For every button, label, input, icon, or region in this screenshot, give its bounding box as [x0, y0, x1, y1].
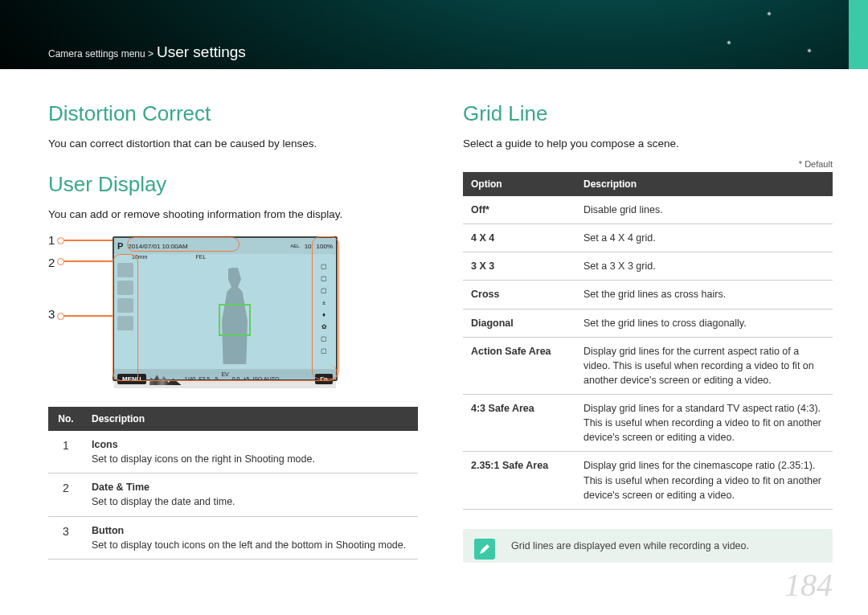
row-desc: Set to display the date and time.: [92, 496, 235, 507]
section-title-gridline: Grid Line: [463, 101, 833, 126]
touch-icon: [117, 281, 133, 295]
cell-opt: 4:3 Safe Area: [463, 395, 575, 452]
lcd-lens: 16mm: [132, 254, 147, 260]
status-icon: ▢: [315, 335, 333, 345]
gridline-table: Option Description Off*Disable grid line…: [463, 172, 833, 510]
cell-opt: Off*: [463, 196, 575, 224]
cell-opt: 2.35:1 Safe Area: [463, 452, 575, 509]
lcd-ev-mid: 0.0: [232, 376, 240, 382]
table-row: 3 X 3Set a 3 X 3 grid.: [463, 252, 833, 281]
cell-opt: 3 X 3: [463, 252, 575, 281]
cell-opt: Action Safe Area: [463, 337, 575, 394]
status-icon: ▢: [315, 287, 333, 297]
table-row: Off*Disable grid lines.: [463, 196, 833, 224]
breadcrumb-path: Camera settings menu >: [48, 48, 154, 59]
cell-desc: Icons Set to display icons on the right …: [84, 431, 418, 474]
lcd-aperture: F3.5: [199, 376, 210, 382]
cell-no: 2: [48, 474, 84, 516]
th-no: No.: [48, 407, 84, 431]
table-row: Action Safe AreaDisplay grid lines for t…: [463, 337, 833, 394]
header-accent-bar: [849, 0, 868, 69]
cell-desc: Set a 3 X 3 grid.: [575, 252, 833, 281]
row-desc: Set to display touch icons on the left a…: [92, 539, 406, 551]
lcd-fel: FEL: [195, 254, 206, 260]
touch-icon: [117, 316, 133, 330]
leader-line: [61, 260, 113, 262]
header-curve-decoration: [688, 0, 849, 69]
cell-desc: Disable grid lines.: [575, 196, 833, 224]
default-note: * Default: [463, 159, 833, 169]
lcd-bottom-bar: MENU 1/40 F3.5 -5 EV 0.0 +5 ISO AUTO Fn: [114, 369, 336, 388]
row-title: Icons: [92, 437, 410, 452]
cell-opt: 4 X 4: [463, 224, 575, 252]
lcd-preview: ▢ ▢ ▢ ± ♦ ✿ ▢ ▢: [114, 260, 336, 369]
table-row: 2.35:1 Safe AreaDisplay grid lines for t…: [463, 452, 833, 509]
lcd-iso: ISO AUTO: [253, 376, 280, 382]
sparkle-icon: [807, 48, 812, 53]
lcd-datetime: 2014/07/01 10:00AM: [128, 243, 187, 250]
cell-desc: Set the grid lines as cross hairs.: [575, 281, 833, 309]
table-row: 1 Icons Set to display icons on the righ…: [48, 431, 418, 474]
section-title-distortion: Distortion Correct: [48, 101, 418, 126]
leader-line: [61, 315, 113, 317]
table-row: 4:3 Safe AreaDisplay grid lines for a st…: [463, 395, 833, 452]
note-text: Grid lines are displayed even while reco…: [511, 540, 749, 551]
row-title: Date & Time: [92, 480, 410, 494]
note-callout: Grid lines are displayed even while reco…: [463, 529, 833, 563]
cell-desc: Display grid lines for the cinemascope r…: [575, 452, 833, 509]
right-column: Grid Line Select a guide to help you com…: [463, 101, 833, 563]
breadcrumb: Camera settings menu > User settings: [48, 43, 246, 61]
sparkle-icon: [727, 40, 731, 45]
menu-button-label: MENU: [117, 374, 146, 384]
lcd-left-icon-column: [117, 263, 135, 330]
focus-box-icon: [219, 304, 251, 336]
touch-icon: [117, 298, 133, 313]
section-title-user-display: User Display: [48, 172, 418, 197]
lcd-ael: AEL: [290, 244, 299, 248]
table-row: DiagonalSet the grid lines to cross diag…: [463, 309, 833, 337]
mode-indicator: P: [117, 241, 123, 251]
lcd-shot-count: 10: [305, 243, 312, 250]
cell-desc: Display grid lines for a standard TV asp…: [575, 395, 833, 452]
leader-line: [61, 240, 113, 241]
sparkle-icon: [767, 11, 772, 16]
cell-desc: Set a 4 X 4 grid.: [575, 224, 833, 252]
cell-no: 3: [48, 516, 84, 559]
histogram-icon: [149, 372, 182, 385]
status-icon: ✿: [315, 323, 333, 333]
cell-desc: Button Set to display touch icons on the…: [84, 516, 418, 559]
section-intro-gridline: Select a guide to help you compose a sce…: [463, 137, 833, 150]
touch-icon: [117, 263, 133, 277]
lcd-ev-label: EV: [221, 371, 228, 377]
lcd-shutter: 1/40: [185, 376, 196, 382]
lcd-right-icon-column: ▢ ▢ ▢ ± ♦ ✿ ▢ ▢: [315, 263, 333, 357]
breadcrumb-current: User settings: [157, 43, 246, 60]
cell-opt: Cross: [463, 281, 575, 309]
table-row: 2 Date & Time Set to display the date an…: [48, 474, 418, 516]
lcd-battery: 100%: [317, 243, 333, 250]
status-icon: ▢: [315, 275, 333, 285]
page-content: Distortion Correct You can correct disto…: [0, 69, 868, 563]
status-icon: ♦: [315, 311, 333, 321]
page-header: Camera settings menu > User settings: [0, 0, 868, 69]
table-row: 4 X 4Set a 4 X 4 grid.: [463, 224, 833, 252]
page-number: 184: [784, 566, 833, 604]
cell-desc: Date & Time Set to display the date and …: [84, 474, 418, 516]
left-column: Distortion Correct You can correct disto…: [48, 101, 418, 563]
cell-opt: Diagonal: [463, 309, 575, 337]
status-icon: ±: [315, 299, 333, 309]
status-icon: ▢: [315, 263, 333, 273]
pen-note-icon: [474, 539, 495, 560]
row-desc: Set to display icons on the right in Sho…: [92, 453, 315, 465]
th-desc: Description: [84, 407, 418, 431]
status-icon: ▢: [315, 347, 333, 357]
table-row: 3 Button Set to display touch icons on t…: [48, 516, 418, 559]
row-title: Button: [92, 523, 410, 538]
section-intro-distortion: You can correct distortion that can be c…: [48, 137, 418, 150]
th-description: Description: [575, 172, 833, 196]
lcd-ev-hi: +5: [244, 376, 250, 382]
cell-desc: Display grid lines for the current aspec…: [575, 337, 833, 394]
user-display-table: No. Description 1 Icons Set to display i…: [48, 407, 418, 560]
lcd-illustration: 1 2 3 P 2014/07/01 10:00AM AEL 10 100% 1…: [48, 230, 418, 391]
section-intro-user-display: You can add or remove shooting informati…: [48, 208, 418, 220]
